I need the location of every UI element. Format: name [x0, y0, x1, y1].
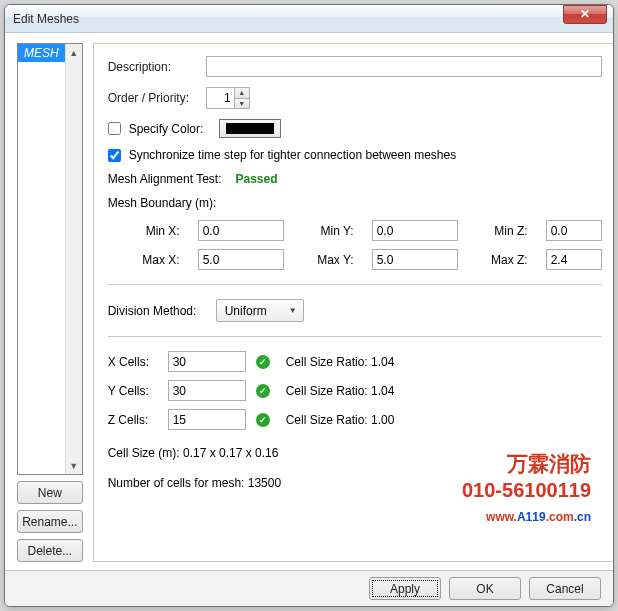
- close-icon: ✕: [580, 7, 590, 21]
- sync-checkbox[interactable]: [108, 149, 121, 162]
- order-label: Order / Priority:: [108, 91, 198, 105]
- color-swatch-button[interactable]: [219, 119, 281, 138]
- list-item-mesh[interactable]: MESH: [18, 44, 65, 62]
- ok-button[interactable]: OK: [449, 577, 521, 600]
- color-preview: [226, 123, 274, 134]
- check-icon: ✓: [256, 355, 270, 369]
- cell-size-text: Cell Size (m): 0.17 x 0.17 x 0.16: [108, 446, 602, 460]
- maxx-input[interactable]: [198, 249, 284, 270]
- description-label: Description:: [108, 60, 198, 74]
- scrollbar[interactable]: ▲ ▼: [65, 44, 82, 474]
- cells-grid: X Cells: ✓ Cell Size Ratio: 1.04 Y Cells…: [108, 351, 602, 430]
- division-value: Uniform: [225, 304, 267, 318]
- spin-down-icon[interactable]: ▼: [235, 99, 249, 109]
- chevron-down-icon: ▼: [289, 306, 297, 315]
- description-input[interactable]: [206, 56, 602, 77]
- cancel-button[interactable]: Cancel: [529, 577, 601, 600]
- delete-button[interactable]: Delete...: [17, 539, 83, 562]
- close-button[interactable]: ✕: [563, 5, 607, 24]
- zcells-input[interactable]: [168, 409, 246, 430]
- new-button[interactable]: New: [17, 481, 83, 504]
- ycells-ratio: Cell Size Ratio: 1.04: [286, 384, 602, 398]
- minz-input[interactable]: [546, 220, 602, 241]
- order-spinner[interactable]: ▲ ▼: [206, 87, 250, 109]
- mesh-align-label: Mesh Alignment Test:: [108, 172, 222, 186]
- maxz-label: Max Z:: [476, 253, 528, 267]
- dialog-edit-meshes: Edit Meshes ✕ MESH ▲ ▼ New Rename... Del…: [4, 4, 614, 607]
- scroll-down-icon[interactable]: ▼: [66, 457, 82, 474]
- maxy-input[interactable]: [372, 249, 458, 270]
- spin-up-icon[interactable]: ▲: [235, 88, 249, 99]
- dialog-footer: Apply OK Cancel: [5, 570, 613, 606]
- xcells-ratio: Cell Size Ratio: 1.04: [286, 355, 602, 369]
- division-label: Division Method:: [108, 304, 208, 318]
- minz-label: Min Z:: [476, 224, 528, 238]
- mesh-listbox[interactable]: MESH ▲ ▼: [17, 43, 83, 475]
- zcells-label: Z Cells:: [108, 413, 158, 427]
- scroll-up-icon[interactable]: ▲: [66, 44, 82, 61]
- minx-input[interactable]: [198, 220, 284, 241]
- ycells-input[interactable]: [168, 380, 246, 401]
- zcells-ratio: Cell Size Ratio: 1.00: [286, 413, 602, 427]
- maxy-label: Max Y:: [302, 253, 354, 267]
- division-select[interactable]: Uniform ▼: [216, 299, 304, 322]
- minx-label: Min X:: [128, 224, 180, 238]
- boundary-label: Mesh Boundary (m):: [108, 196, 602, 210]
- left-panel: MESH ▲ ▼ New Rename... Delete...: [17, 43, 83, 562]
- mesh-align-status: Passed: [236, 172, 278, 186]
- check-icon: ✓: [256, 413, 270, 427]
- check-icon: ✓: [256, 384, 270, 398]
- form-panel: Description: Order / Priority: ▲ ▼ Speci…: [93, 43, 614, 562]
- maxx-label: Max X:: [128, 253, 180, 267]
- xcells-input[interactable]: [168, 351, 246, 372]
- rename-button[interactable]: Rename...: [17, 510, 83, 533]
- miny-label: Min Y:: [302, 224, 354, 238]
- specify-color-checkbox[interactable]: [108, 122, 121, 135]
- order-input[interactable]: [206, 87, 234, 109]
- sync-label: Synchronize time step for tighter connec…: [129, 148, 457, 162]
- miny-input[interactable]: [372, 220, 458, 241]
- xcells-label: X Cells:: [108, 355, 158, 369]
- specify-color-label: Specify Color:: [129, 122, 211, 136]
- ycells-label: Y Cells:: [108, 384, 158, 398]
- boundary-grid: Min X: Min Y: Min Z: Max X: Max Y: Max Z…: [128, 220, 602, 270]
- maxz-input[interactable]: [546, 249, 602, 270]
- window-title: Edit Meshes: [13, 12, 563, 26]
- num-cells-text: Number of cells for mesh: 13500: [108, 476, 602, 490]
- apply-button[interactable]: Apply: [369, 577, 441, 600]
- titlebar[interactable]: Edit Meshes ✕: [5, 5, 613, 33]
